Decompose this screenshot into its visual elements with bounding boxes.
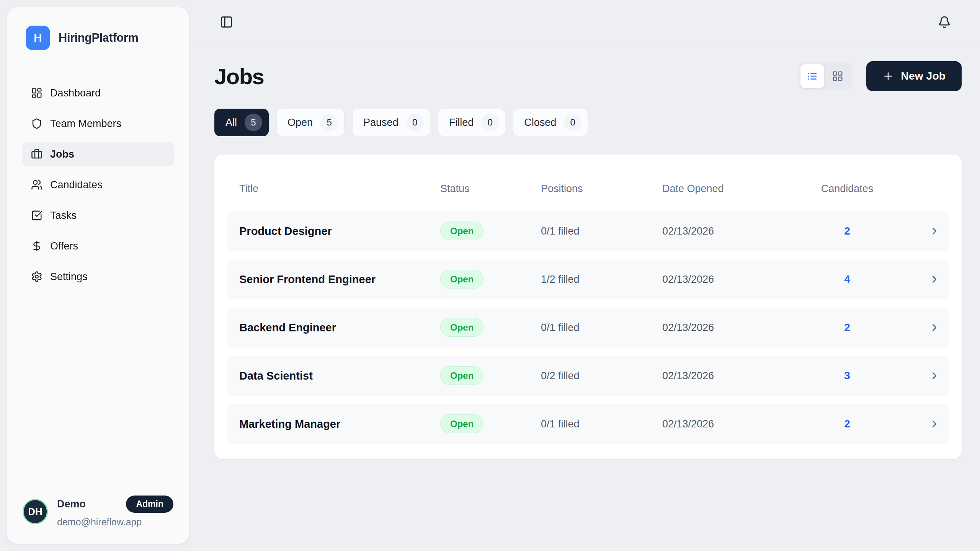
user-info: Demo Admin demo@hireflow.app [57, 496, 173, 528]
user-email: demo@hireflow.app [57, 517, 173, 528]
status-badge: Open [440, 318, 483, 337]
briefcase-icon [31, 148, 42, 160]
sidebar-item-tasks[interactable]: Tasks [22, 203, 174, 228]
positions-cell: 0/1 filled [541, 322, 662, 334]
table-row[interactable]: Senior Frontend Engineer Open 1/2 filled… [227, 259, 949, 299]
filter-tab-paused[interactable]: Paused 0 [352, 109, 430, 136]
dollar-icon [31, 240, 42, 252]
chevron-right-icon[interactable] [929, 322, 940, 333]
new-job-label: New Job [901, 70, 946, 82]
jobs-page: Jobs New Job All 5 Open 5 [196, 44, 980, 459]
candidates-count[interactable]: 4 [815, 273, 880, 285]
gear-icon [31, 271, 42, 282]
filter-tab-closed[interactable]: Closed 0 [513, 109, 588, 136]
list-view-button[interactable] [800, 64, 824, 88]
view-toggle [798, 62, 852, 90]
sidebar-item-settings[interactable]: Settings [22, 264, 174, 289]
role-badge: Admin [126, 496, 173, 513]
status-cell: Open [440, 322, 541, 333]
job-title: Data Scientist [239, 370, 440, 382]
table-row[interactable]: Product Designer Open 0/1 filled 02/13/2… [227, 211, 949, 251]
avatar: DH [23, 499, 48, 524]
filter-label: Filled [449, 117, 474, 129]
user-name: Demo [57, 498, 86, 510]
filter-count-badge: 0 [406, 114, 424, 131]
column-header-date-opened: Date Opened [662, 183, 815, 195]
positions-cell: 1/2 filled [541, 274, 662, 285]
sidebar-toggle-button[interactable] [220, 15, 233, 29]
date-opened-cell: 02/13/2026 [662, 370, 815, 382]
status-badge: Open [440, 270, 483, 289]
date-opened-cell: 02/13/2026 [662, 225, 815, 237]
job-title: Senior Frontend Engineer [239, 273, 440, 286]
status-badge: Open [440, 366, 483, 385]
table-row[interactable]: Data Scientist Open 0/2 filled 02/13/202… [227, 356, 949, 396]
main-content: Jobs New Job All 5 Open 5 [196, 0, 980, 551]
grid-view-button[interactable] [826, 64, 849, 88]
sidebar-item-offers[interactable]: Offers [22, 234, 174, 258]
sidebar-item-jobs[interactable]: Jobs [22, 142, 174, 166]
head-actions: New Job [798, 61, 962, 91]
page-head: Jobs New Job [214, 61, 962, 91]
check-square-icon [31, 210, 42, 221]
panel-left-icon [220, 15, 233, 29]
filter-count-badge: 0 [564, 114, 581, 131]
plus-icon [882, 70, 894, 82]
status-cell: Open [440, 370, 541, 381]
filter-tab-open[interactable]: Open 5 [276, 109, 345, 136]
notifications-button[interactable] [938, 16, 951, 29]
column-header-status: Status [440, 183, 541, 195]
filter-tabs: All 5 Open 5 Paused 0 Filled 0 Closed 0 [214, 109, 962, 136]
filter-label: All [225, 117, 237, 129]
brand: H HiringPlatform [7, 26, 189, 50]
chevron-right-icon[interactable] [929, 225, 940, 237]
filter-tab-all[interactable]: All 5 [214, 109, 269, 136]
column-header-candidates: Candidates [815, 183, 880, 195]
chevron-right-icon[interactable] [929, 370, 940, 381]
date-opened-cell: 02/13/2026 [662, 322, 815, 334]
status-cell: Open [440, 419, 541, 429]
table-row[interactable]: Backend Engineer Open 0/1 filled 02/13/2… [227, 308, 949, 347]
date-opened-cell: 02/13/2026 [662, 418, 815, 430]
sidebar-item-team-members[interactable]: Team Members [22, 111, 174, 136]
user-card[interactable]: DH Demo Admin demo@hireflow.app [7, 496, 189, 528]
shield-icon [31, 118, 42, 129]
column-header-positions: Positions [541, 183, 662, 195]
filter-label: Paused [363, 117, 399, 129]
candidates-count[interactable]: 3 [815, 370, 880, 382]
status-badge: Open [440, 222, 483, 240]
sidebar-nav: Dashboard Team Members Jobs Candidates T… [7, 81, 189, 496]
avatar-initials: DH [28, 506, 42, 518]
jobs-table: TitleStatusPositionsDate OpenedCandidate… [214, 155, 962, 459]
job-title: Marketing Manager [239, 418, 440, 430]
brand-name: HiringPlatform [59, 31, 138, 45]
table-body: Product Designer Open 0/1 filled 02/13/2… [227, 211, 949, 444]
candidates-count[interactable]: 2 [815, 418, 880, 430]
brand-initial: H [34, 31, 42, 44]
date-opened-cell: 02/13/2026 [662, 274, 815, 285]
page-title: Jobs [214, 64, 264, 89]
list-icon [807, 70, 818, 82]
status-cell: Open [440, 274, 541, 285]
status-cell: Open [440, 226, 541, 236]
filter-tab-filled[interactable]: Filled 0 [438, 109, 506, 136]
table-row[interactable]: Marketing Manager Open 0/1 filled 02/13/… [227, 404, 949, 444]
candidates-count[interactable]: 2 [815, 225, 880, 237]
column-header-title: Title [239, 183, 440, 195]
users-icon [31, 179, 42, 191]
chevron-right-icon[interactable] [929, 274, 940, 285]
job-title: Backend Engineer [239, 321, 440, 334]
candidates-count[interactable]: 2 [815, 321, 880, 334]
job-title: Product Designer [239, 225, 440, 238]
sidebar-item-candidates[interactable]: Candidates [22, 173, 174, 197]
filter-count-badge: 5 [320, 114, 338, 131]
chevron-right-icon[interactable] [929, 418, 940, 430]
filter-label: Closed [524, 117, 556, 129]
new-job-button[interactable]: New Job [866, 61, 962, 91]
positions-cell: 0/2 filled [541, 370, 662, 382]
positions-cell: 0/1 filled [541, 418, 662, 430]
filter-count-badge: 0 [481, 114, 499, 131]
filter-count-badge: 5 [245, 114, 262, 131]
sidebar-item-dashboard[interactable]: Dashboard [22, 81, 174, 105]
topbar [196, 0, 980, 44]
